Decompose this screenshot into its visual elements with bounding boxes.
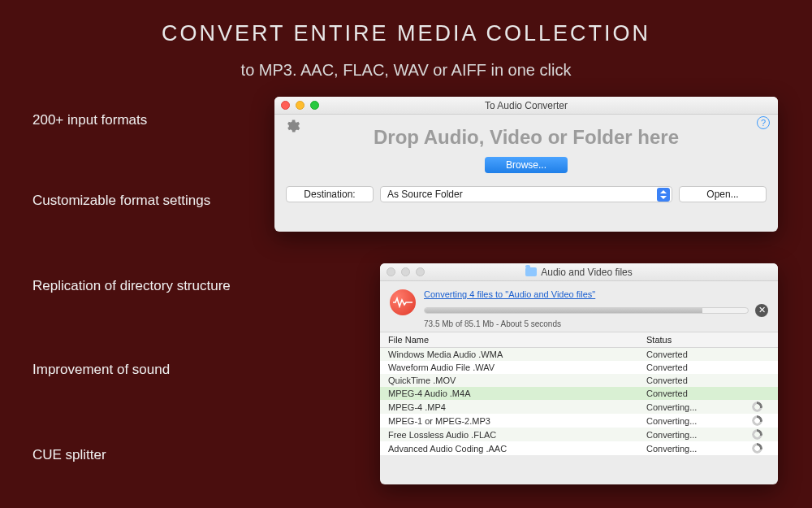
table-row[interactable]: Windows Media Audio .WMAConverted xyxy=(380,348,778,361)
cell-filename: MPEG-1 or MPEG-2.MP3 xyxy=(388,416,646,426)
feature-item: Improvement of sound xyxy=(32,362,231,378)
destination-select[interactable]: As Source Folder xyxy=(380,186,672,202)
column-status[interactable]: Status xyxy=(646,335,752,345)
cell-status: Converted xyxy=(646,376,752,385)
window-title: Audio and Video files xyxy=(380,267,778,278)
cell-status: Converted xyxy=(646,389,752,398)
cell-filename: Free Lossless Audio .FLAC xyxy=(388,430,646,440)
page-headline: CONVERT ENTIRE MEDIA COLLECTION xyxy=(0,21,812,46)
drop-zone-label: Drop Audio, Video or Folder here xyxy=(286,126,767,149)
cell-spinner xyxy=(752,415,770,426)
cell-status: Converted xyxy=(646,350,752,359)
cell-filename: Waveform Audio File .WAV xyxy=(388,363,646,372)
table-body: Windows Media Audio .WMAConvertedWavefor… xyxy=(380,348,778,455)
open-button[interactable]: Open... xyxy=(679,186,767,202)
cell-status: Converting... xyxy=(646,402,752,412)
spinner-icon xyxy=(752,415,762,426)
cell-spinner xyxy=(752,443,770,454)
window-title-text: Audio and Video files xyxy=(541,267,633,278)
progress-window: Audio and Video files Converting 4 files… xyxy=(380,263,778,484)
spinner-icon xyxy=(752,429,762,440)
table-row[interactable]: MPEG-4 .MP4Converting... xyxy=(380,400,778,414)
cell-status: Converting... xyxy=(646,430,752,440)
progress-text: 73.5 Mb of 85.1 Mb - About 5 seconds xyxy=(424,319,768,328)
cell-filename: QuickTime .MOV xyxy=(388,376,646,385)
page-subheadline: to MP3. AAC, FLAC, WAV or AIFF in one cl… xyxy=(0,61,812,80)
cell-spinner xyxy=(752,402,770,412)
cell-spinner xyxy=(752,429,770,440)
window-title: To Audio Converter xyxy=(274,100,778,111)
titlebar: To Audio Converter xyxy=(274,97,778,115)
feature-item: Replication of directory structure xyxy=(32,278,231,294)
table-row[interactable]: MPEG-4 Audio .M4AConverted xyxy=(380,387,778,400)
cell-status: Converting... xyxy=(646,444,752,454)
cell-status: Converted xyxy=(646,363,752,372)
table-row[interactable]: Waveform Audio File .WAVConverted xyxy=(380,361,778,374)
cancel-button[interactable]: ✕ xyxy=(755,304,768,317)
cell-filename: Windows Media Audio .WMA xyxy=(388,350,646,359)
cell-status: Converting... xyxy=(646,416,752,426)
table-row[interactable]: Free Lossless Audio .FLACConverting... xyxy=(380,428,778,441)
table-row[interactable]: Advanced Audio Coding .AACConverting... xyxy=(380,441,778,455)
titlebar: Audio and Video files xyxy=(380,263,778,281)
table-row[interactable]: MPEG-1 or MPEG-2.MP3Converting... xyxy=(380,414,778,428)
feature-item: 200+ input formats xyxy=(32,112,231,128)
destination-value: As Source Folder xyxy=(387,189,463,200)
progress-bar xyxy=(424,307,749,314)
gear-icon[interactable] xyxy=(284,118,300,134)
app-icon xyxy=(390,289,416,315)
feature-item: Customizable format settings xyxy=(32,193,231,209)
cell-filename: Advanced Audio Coding .AAC xyxy=(388,444,646,454)
cell-filename: MPEG-4 Audio .M4A xyxy=(388,389,646,398)
cell-filename: MPEG-4 .MP4 xyxy=(388,402,646,412)
spinner-icon xyxy=(752,443,762,454)
chevron-updown-icon xyxy=(657,188,670,202)
table-header: File Name Status xyxy=(380,332,778,348)
progress-fill xyxy=(425,308,702,313)
table-row[interactable]: QuickTime .MOVConverted xyxy=(380,374,778,387)
folder-icon xyxy=(525,267,537,276)
converting-link[interactable]: Converting 4 files to "Audio and Video f… xyxy=(424,289,595,299)
column-filename[interactable]: File Name xyxy=(388,335,646,345)
destination-button[interactable]: Destination: xyxy=(286,186,374,202)
help-icon[interactable]: ? xyxy=(757,116,770,129)
feature-item: CUE splitter xyxy=(32,447,231,463)
feature-list: 200+ input formats Customizable format s… xyxy=(32,106,231,508)
spinner-icon xyxy=(752,402,762,412)
browse-button[interactable]: Browse... xyxy=(485,157,568,173)
converter-window: To Audio Converter ? Drop Audio, Video o… xyxy=(274,97,778,232)
